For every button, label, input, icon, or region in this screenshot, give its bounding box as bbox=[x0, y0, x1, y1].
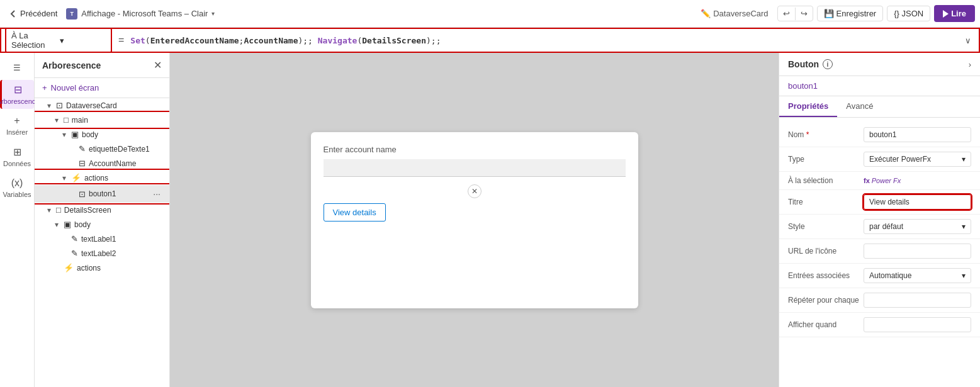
info-icon: i bbox=[823, 59, 833, 69]
detailsscreen-icon: □ bbox=[56, 205, 61, 215]
prop-a-la-selection-text: Power Fx bbox=[872, 177, 901, 184]
sidebar-arborescence-label: Arborescence bbox=[0, 98, 39, 105]
card-label: Enter account name bbox=[324, 145, 626, 154]
chevron-down-icon: ▾ bbox=[211, 10, 215, 17]
prop-entrees-select-value: Automatique bbox=[869, 271, 911, 280]
tab-avance[interactable]: Avancé bbox=[837, 96, 882, 117]
formula-param2: AccountName bbox=[244, 36, 298, 45]
inserer-icon: + bbox=[14, 115, 20, 126]
right-panel-header: Bouton i › bbox=[779, 53, 980, 76]
tree-item-actions2[interactable]: ⚡ actions bbox=[35, 261, 169, 275]
formula-dropdown[interactable]: À La Sélection ▾ bbox=[5, 28, 112, 53]
topbar-left: Précédent T Affichage - Microsoft Teams … bbox=[5, 6, 215, 21]
undo-redo-group: ↩ ↪ bbox=[777, 6, 813, 21]
play-button[interactable]: Lire bbox=[934, 5, 975, 22]
prop-repeter: Répéter pour chaque bbox=[779, 288, 980, 313]
prop-entrees-select[interactable]: Automatique ▾ bbox=[864, 268, 971, 283]
sidebar-donnees-label: Données bbox=[3, 160, 31, 167]
donnees-icon: ⊞ bbox=[13, 146, 21, 158]
view-details-button[interactable]: View details bbox=[324, 203, 386, 222]
prop-entrees-associees-label: Entrées associées bbox=[788, 271, 864, 280]
tree-panel: Arborescence ✕ + Nouvel écran ▾ ⊡ Datave… bbox=[35, 53, 170, 387]
dataversecard-button[interactable]: ✏️ DataverseCard bbox=[696, 6, 773, 21]
prop-nom-value bbox=[864, 127, 971, 142]
tree-item-main[interactable]: ▾ □ main bbox=[35, 113, 169, 127]
formula-dropdown-chevron: ▾ bbox=[60, 36, 106, 45]
sidebar-item-donnees[interactable]: ⊞ Données bbox=[0, 142, 34, 171]
right-panel-expand-icon[interactable]: › bbox=[969, 60, 971, 69]
prop-nom-label: Nom * bbox=[788, 130, 864, 139]
prop-url-icone: URL de l'icône bbox=[779, 239, 980, 264]
tree-item-etiquette[interactable]: ✎ etiquetteDeTexte1 bbox=[35, 142, 169, 156]
hamburger-button[interactable]: ☰ bbox=[0, 58, 34, 77]
tree-item-body[interactable]: ▾ ▣ body bbox=[35, 127, 169, 142]
formula-expand-chevron[interactable]: ∨ bbox=[961, 36, 975, 45]
teams-icon: T bbox=[66, 8, 77, 20]
style-chevron-icon: ▾ bbox=[962, 222, 966, 231]
prop-entrees-associees-value: Automatique ▾ bbox=[864, 268, 971, 283]
bouton1-more-button[interactable]: ··· bbox=[149, 188, 164, 200]
sidebar-item-inserer[interactable]: + Insérer bbox=[0, 111, 34, 140]
tree-item-textlabel1[interactable]: ✎ textLabel1 bbox=[35, 232, 169, 246]
variables-icon: (x) bbox=[11, 177, 23, 189]
tree-item-actions1[interactable]: ▾ ⚡ actions bbox=[35, 171, 169, 185]
tree-item-detailsscreen[interactable]: ▾ □ DetailsScreen bbox=[35, 203, 169, 217]
prop-nom-input[interactable] bbox=[864, 127, 971, 142]
prop-entrees-associees: Entrées associées Automatique ▾ bbox=[779, 264, 980, 288]
save-button[interactable]: 💾 Enregistrer bbox=[817, 6, 884, 21]
tree-item-body2[interactable]: ▾ ▣ body bbox=[35, 217, 169, 232]
type-chevron-icon: ▾ bbox=[962, 155, 966, 164]
prop-type: Type Exécuter PowerFx ▾ bbox=[779, 147, 980, 172]
tree-header: Arborescence ✕ bbox=[35, 53, 169, 78]
formula-input[interactable]: Set(EnteredAccountName;AccountName);; Na… bbox=[130, 36, 957, 45]
json-label: {} JSON bbox=[894, 9, 923, 18]
tree-item-dataversecard[interactable]: ▾ ⊡ DataverseCard bbox=[35, 98, 169, 113]
chevron-main: ▾ bbox=[55, 116, 64, 125]
formula-dropdown-label: À La Sélection bbox=[11, 31, 57, 50]
redo-button[interactable]: ↪ bbox=[796, 6, 813, 21]
prop-afficher-quand-input[interactable] bbox=[864, 317, 971, 332]
tree-item-textlabel2[interactable]: ✎ textLabel2 bbox=[35, 246, 169, 261]
prop-style-value: par défaut ▾ bbox=[864, 219, 971, 234]
json-button[interactable]: {} JSON bbox=[887, 6, 930, 21]
actions1-label: actions bbox=[84, 174, 164, 182]
back-button[interactable]: Précédent bbox=[5, 6, 61, 21]
body2-label: body bbox=[74, 220, 164, 229]
tab-proprietes[interactable]: Propriétés bbox=[779, 96, 837, 117]
play-label: Lire bbox=[951, 9, 966, 18]
card-input[interactable] bbox=[324, 159, 626, 177]
undo-button[interactable]: ↩ bbox=[778, 6, 795, 21]
prop-repeter-input[interactable] bbox=[864, 293, 971, 308]
dataversecard-label: DataverseCard bbox=[66, 101, 164, 110]
prop-type-select-value: Exécuter PowerFx bbox=[869, 155, 931, 164]
new-screen-button[interactable]: + Nouvel écran bbox=[35, 78, 169, 98]
prop-url-icone-input[interactable] bbox=[864, 244, 971, 259]
chevron-body: ▾ bbox=[62, 130, 71, 139]
prop-type-label: Type bbox=[788, 155, 864, 164]
prop-fx-value[interactable]: fx Power Fx bbox=[864, 177, 901, 184]
tree-items: ▾ ⊡ DataverseCard ▾ □ main ▾ ▣ body bbox=[35, 98, 169, 387]
tree-item-accountname[interactable]: ⊟ AccountName bbox=[35, 156, 169, 171]
topbar: Précédent T Affichage - Microsoft Teams … bbox=[0, 0, 980, 28]
sidebar-item-variables[interactable]: (x) Variables bbox=[0, 174, 34, 202]
prop-afficher-quand-value bbox=[864, 317, 971, 332]
card-close-button[interactable]: ✕ bbox=[468, 184, 482, 198]
detailsscreen-label: DetailsScreen bbox=[64, 206, 164, 215]
sidebar-item-arborescence[interactable]: ⊟ Arborescence bbox=[0, 80, 34, 109]
prop-type-select[interactable]: Exécuter PowerFx ▾ bbox=[864, 152, 971, 167]
play-icon bbox=[943, 10, 949, 18]
tree-item-bouton1[interactable]: ⊡ bouton1 ··· bbox=[35, 185, 169, 203]
prop-repeter-value bbox=[864, 293, 971, 308]
prop-a-la-selection-label: À la sélection bbox=[788, 176, 864, 185]
prop-titre-input[interactable] bbox=[864, 194, 971, 210]
textlabel2-icon: ✎ bbox=[71, 249, 78, 258]
actions1-icon: ⚡ bbox=[71, 173, 81, 182]
properties-panel: Nom * Type Exécuter PowerFx ▾ À la sélec… bbox=[779, 118, 980, 387]
equals-sign: = bbox=[116, 35, 127, 46]
actions2-icon: ⚡ bbox=[64, 263, 74, 272]
prop-style-select[interactable]: par défaut ▾ bbox=[864, 219, 971, 234]
topbar-right: ✏️ DataverseCard ↩ ↪ 💾 Enregistrer {} JS… bbox=[696, 5, 975, 22]
prop-style-select-value: par défaut bbox=[869, 222, 903, 231]
tree-close-button[interactable]: ✕ bbox=[154, 59, 162, 71]
chevron-detailsscreen: ▾ bbox=[47, 206, 56, 215]
